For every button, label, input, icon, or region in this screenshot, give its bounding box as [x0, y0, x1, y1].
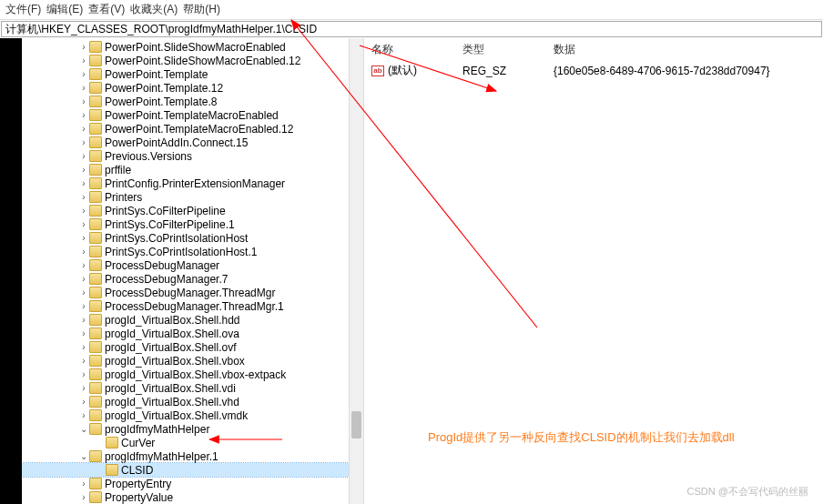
menu-help[interactable]: 帮助(H)	[183, 2, 220, 17]
menu-view[interactable]: 查看(V)	[88, 2, 125, 17]
folder-icon	[89, 96, 102, 107]
chevron-right-icon[interactable]: ›	[78, 83, 89, 93]
chevron-right-icon[interactable]: ›	[78, 69, 89, 79]
chevron-right-icon[interactable]: ›	[78, 369, 89, 379]
tree-node[interactable]: ›PrintSys.CoPrintIsolationHost.1	[22, 245, 363, 258]
string-value-icon: ab	[371, 66, 384, 76]
chevron-right-icon[interactable]: ›	[78, 124, 89, 134]
tree-node[interactable]: ›PowerPoint.Template	[22, 67, 363, 81]
tree-node[interactable]: CLSID	[22, 463, 363, 477]
tree-node[interactable]: ›PrintConfig.PrinterExtensionManager	[22, 176, 363, 190]
tree-node[interactable]: ›ProcessDebugManager.7	[22, 272, 363, 286]
tree-node-label: progId_VirtualBox.Shell.ovf	[105, 341, 237, 354]
tree-node-label: ProcessDebugManager.ThreadMgr.1	[105, 300, 284, 313]
menu-file[interactable]: 文件(F)	[5, 2, 41, 17]
col-type[interactable]: 类型	[462, 42, 554, 57]
tree-node[interactable]: ›PrintSys.CoFilterPipeline.1	[22, 217, 363, 231]
chevron-right-icon[interactable]: ›	[78, 301, 89, 311]
tree-node[interactable]: ›PowerPointAddIn.Connect.15	[22, 136, 363, 149]
tree-node[interactable]: ›ProcessDebugManager.ThreadMgr.1	[22, 299, 363, 313]
address-bar[interactable]: 计算机\HKEY_CLASSES_ROOT\progIdfmyMathHelpe…	[1, 21, 822, 37]
chevron-right-icon[interactable]: ›	[78, 356, 89, 366]
chevron-right-icon[interactable]: ›	[78, 165, 89, 175]
tree-node[interactable]: ›PowerPoint.TemplateMacroEnabled	[22, 108, 363, 122]
chevron-right-icon[interactable]: ›	[78, 274, 89, 284]
col-name[interactable]: 名称	[371, 42, 462, 57]
tree-node-label: ProcessDebugManager	[105, 259, 219, 272]
tree-node-label: PropertyValue	[105, 491, 173, 504]
tree-node-label: PropertyEntry	[105, 478, 171, 490]
folder-icon	[89, 396, 102, 408]
tree-node[interactable]: ›progId_VirtualBox.Shell.vhd	[22, 395, 363, 408]
chevron-right-icon[interactable]: ›	[78, 206, 89, 216]
folder-icon	[89, 232, 102, 244]
tree-node[interactable]: ›PowerPoint.Template.12	[22, 81, 363, 95]
chevron-right-icon[interactable]: ›	[78, 397, 89, 407]
column-headers[interactable]: 名称 类型 数据	[364, 38, 823, 61]
folder-icon	[89, 409, 102, 421]
tree-node-label: prffile	[105, 164, 131, 176]
col-data[interactable]: 数据	[554, 42, 823, 57]
tree-node[interactable]: ›PowerPoint.SlideShowMacroEnabled.12	[22, 54, 363, 67]
tree-node[interactable]: ›PowerPoint.SlideShowMacroEnabled	[22, 40, 363, 54]
tree-node[interactable]: ›PrintSys.CoPrintIsolationHost	[22, 231, 363, 245]
tree-node-label: progIdfmyMathHelper	[105, 423, 209, 436]
tree-node[interactable]: ›Previous.Versions	[22, 149, 363, 163]
chevron-right-icon[interactable]: ›	[78, 55, 89, 66]
chevron-right-icon[interactable]: ›	[78, 260, 89, 270]
tree-node-label: progId_VirtualBox.Shell.vbox	[105, 355, 245, 368]
tree-node[interactable]: ›PowerPoint.Template.8	[22, 95, 363, 108]
chevron-right-icon[interactable]: ›	[78, 247, 89, 257]
tree-node[interactable]: ›PrintSys.CoFilterPipeline	[22, 204, 363, 217]
chevron-right-icon[interactable]: ›	[78, 219, 89, 229]
tree-node[interactable]: ⌄progIdfmyMathHelper	[22, 422, 363, 436]
chevron-right-icon[interactable]: ›	[78, 233, 89, 243]
chevron-right-icon[interactable]: ›	[78, 410, 89, 420]
chevron-right-icon[interactable]: ›	[78, 42, 89, 52]
chevron-down-icon[interactable]: ⌄	[78, 451, 89, 461]
chevron-down-icon[interactable]: ⌄	[78, 424, 89, 434]
registry-tree[interactable]: ›PowerPoint.SlideShowMacroEnabled›PowerP…	[22, 38, 364, 504]
folder-icon	[89, 150, 102, 162]
chevron-right-icon[interactable]: ›	[78, 492, 89, 502]
chevron-right-icon[interactable]: ›	[78, 192, 89, 202]
tree-node[interactable]: ⌄progIdfmyMathHelper.1	[22, 449, 363, 463]
chevron-right-icon[interactable]: ›	[78, 315, 89, 325]
tree-node[interactable]: ›progId_VirtualBox.Shell.hdd	[22, 313, 363, 327]
tree-node[interactable]: ›PropertyValue	[22, 490, 363, 504]
menu-edit[interactable]: 编辑(E)	[46, 2, 83, 17]
tree-node[interactable]: ›Printers	[22, 190, 363, 204]
scrollbar-thumb[interactable]	[351, 411, 361, 438]
tree-node-label: ProcessDebugManager.7	[105, 273, 228, 286]
tree-node[interactable]: ›progId_VirtualBox.Shell.ova	[22, 327, 363, 340]
value-row[interactable]: ab (默认) REG_SZ {160e05e8-6489-4706-9615-…	[364, 61, 823, 80]
tree-node[interactable]: ›progId_VirtualBox.Shell.ovf	[22, 340, 363, 354]
left-strip	[0, 38, 22, 504]
tree-node[interactable]: ›prffile	[22, 163, 363, 176]
tree-node-label: PowerPoint.TemplateMacroEnabled.12	[105, 123, 293, 136]
chevron-right-icon[interactable]: ›	[78, 137, 89, 147]
address-path: 计算机\HKEY_CLASSES_ROOT\progIdfmyMathHelpe…	[2, 22, 317, 37]
chevron-right-icon[interactable]: ›	[78, 383, 89, 393]
tree-node[interactable]: ›progId_VirtualBox.Shell.vmdk	[22, 408, 363, 422]
tree-node[interactable]: ›ProcessDebugManager	[22, 258, 363, 272]
tree-node[interactable]: ›PowerPoint.TemplateMacroEnabled.12	[22, 122, 363, 136]
folder-icon	[89, 287, 102, 298]
tree-node-label: CurVer	[121, 437, 155, 449]
chevron-right-icon[interactable]: ›	[78, 328, 89, 338]
tree-node[interactable]: ›progId_VirtualBox.Shell.vbox-extpack	[22, 368, 363, 381]
chevron-right-icon[interactable]: ›	[78, 110, 89, 120]
tree-node[interactable]: ›PropertyEntry	[22, 477, 363, 490]
scrollbar[interactable]	[349, 38, 363, 504]
tree-node[interactable]: ›progId_VirtualBox.Shell.vdi	[22, 381, 363, 395]
tree-node[interactable]: CurVer	[22, 436, 363, 449]
chevron-right-icon[interactable]: ›	[78, 342, 89, 352]
chevron-right-icon[interactable]: ›	[78, 151, 89, 161]
menu-favorites[interactable]: 收藏夹(A)	[130, 2, 178, 17]
chevron-right-icon[interactable]: ›	[78, 287, 89, 297]
tree-node[interactable]: ›progId_VirtualBox.Shell.vbox	[22, 354, 363, 368]
chevron-right-icon[interactable]: ›	[78, 479, 89, 489]
tree-node[interactable]: ›ProcessDebugManager.ThreadMgr	[22, 286, 363, 299]
chevron-right-icon[interactable]: ›	[78, 96, 89, 106]
chevron-right-icon[interactable]: ›	[78, 178, 89, 188]
